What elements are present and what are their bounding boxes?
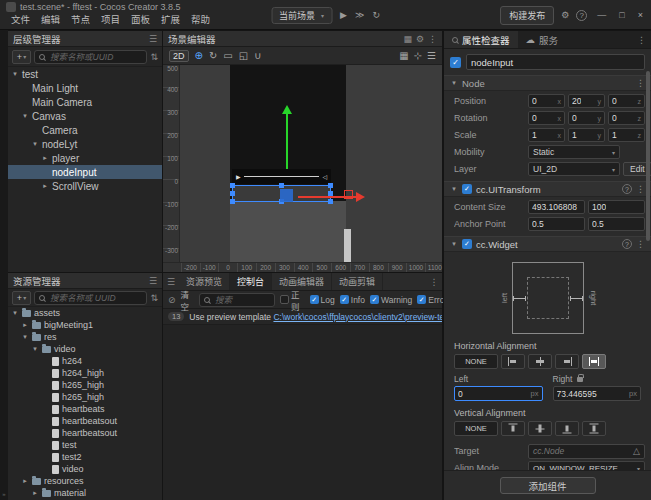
position-z-field[interactable]: 0z [608,94,645,108]
build-publish-button[interactable]: 构建发布 [500,6,554,25]
left-field[interactable]: px [454,386,543,401]
hierarchy-node-canvas[interactable]: ▾Canvas [8,109,162,123]
h-align-left-button[interactable] [501,354,525,369]
inspector-scrollbar[interactable] [646,71,650,241]
scale-z-field[interactable]: 1z [608,128,645,142]
uitransform-section-header[interactable]: ▾ ✓ cc.UITransform ? ⋮ [444,181,651,197]
gizmo-y-axis[interactable] [286,113,288,169]
asset-bigmeeting1[interactable]: ▸bigMeeting1 [8,319,162,331]
sort-icon[interactable]: ⇅ [150,293,158,303]
more-icon[interactable]: ⋮ [428,34,437,44]
selection-handle[interactable] [230,191,235,196]
menu-icon[interactable]: ☰ [149,34,157,44]
more-icon[interactable]: ⋮ [636,78,645,88]
asset-heartbeats[interactable]: heartbeats [8,403,162,415]
console-filter-log[interactable]: ✓Log [310,295,335,305]
asset-video[interactable]: ▾video [8,343,162,355]
menu-item-6[interactable]: 帮助 [186,13,215,26]
checkbox-checked-icon[interactable]: ✓ [417,295,426,304]
position-y-field[interactable]: 20y [568,94,605,108]
selection-handle[interactable] [328,183,333,188]
more-icon[interactable]: ⋮ [632,31,651,48]
assets-search-input[interactable] [48,292,142,304]
asset-assets[interactable]: ▾assets [8,307,162,319]
checkbox-unchecked-icon[interactable] [280,295,289,304]
play-button[interactable]: ▶ [340,10,347,20]
rotation-z-field[interactable]: 0z [608,111,645,125]
align-mode-select[interactable]: ON_WINDOW_RESIZE▾ [528,461,645,470]
gizmo-y-axis-arrowhead[interactable] [282,105,292,114]
help-icon[interactable]: ? [622,184,632,194]
create-node-button[interactable]: + ▾ [12,50,31,64]
tree-closed-arrow-icon[interactable]: ▸ [21,477,29,485]
maximize-button[interactable]: □ [616,10,627,20]
content-size-width-field[interactable]: 493.106808 [528,200,585,214]
regex-toggle[interactable]: 正则 [280,288,300,312]
hierarchy-node-nodeinput[interactable]: nodeInput [8,165,162,179]
asset-heartbeatsout[interactable]: heartbeatsout [8,415,162,427]
tree-open-arrow-icon[interactable]: ▾ [21,333,29,341]
v-align-none-button[interactable]: NONE [454,421,498,436]
grid-icon[interactable]: ▦ [403,34,412,44]
hierarchy-node-test[interactable]: ▾test [8,67,162,81]
close-button[interactable]: × [635,10,646,20]
asset-res[interactable]: ▾res [8,331,162,343]
h-align-center-button[interactable] [528,354,552,369]
asset-test[interactable]: test [8,439,162,451]
rotation-y-field[interactable]: 0y [568,111,605,125]
tree-open-arrow-icon[interactable]: ▾ [31,140,39,148]
menu-icon[interactable]: ☰ [149,276,157,286]
view-options-button[interactable]: ☰ [427,50,436,61]
asset-test2[interactable]: test2 [8,451,162,463]
node-active-checkbox[interactable]: ✓ [450,57,461,68]
hierarchy-node-scrollview[interactable]: ▸ScrollView [8,179,162,193]
v-align-middle-button[interactable] [528,421,552,436]
widget-section-header[interactable]: ▾ ✓ cc.Widget ? ⋮ [444,236,651,252]
asset-h265-high[interactable]: h265_high [8,391,162,403]
step-button[interactable]: ≫ [355,10,364,20]
tree-open-arrow-icon[interactable]: ▾ [31,345,39,353]
scene-viewport[interactable]: ▶ ◁ [180,65,442,262]
clear-label[interactable]: 清空 [181,288,190,312]
target-nav-icon[interactable]: △ [633,446,640,456]
expand-dock-icon[interactable]: » [2,491,5,497]
mobility-select[interactable]: Static▾ [528,145,620,159]
asset-h264-high[interactable]: h264_high [8,367,162,379]
more-icon[interactable]: ⋮ [426,273,442,290]
node-name-field[interactable] [466,54,645,70]
selection-handle[interactable] [328,199,333,204]
log-file-link[interactable]: C:\work\cocos\ffplaycocos\clientv2\previ… [273,312,442,322]
console-search-box[interactable] [199,293,275,307]
help-icon[interactable]: ? [576,10,587,21]
toggle-2d-button[interactable]: 2D [169,50,189,62]
tab-inspector[interactable]: 属性检查器 [444,31,518,48]
clear-icon[interactable]: ⊘ [168,295,176,305]
gear-icon[interactable]: ⚙ [561,10,569,20]
scale-x-field[interactable]: 1x [528,128,565,142]
gizmo-x-scale-handle[interactable] [344,190,353,199]
more-icon[interactable]: ⋮ [636,184,645,194]
menu-item-2[interactable]: 节点 [66,13,95,26]
tree-open-arrow-icon[interactable]: ▾ [11,309,19,317]
checkbox-checked-icon[interactable]: ✓ [370,295,379,304]
anchor-x-field[interactable]: 0.5 [528,217,585,231]
h-align-none-button[interactable]: NONE [454,354,498,369]
lock-icon[interactable] [577,377,583,382]
v-align-stretch-button[interactable] [582,421,606,436]
checkbox-checked-icon[interactable]: ✓ [310,295,319,304]
selection-handle[interactable] [230,199,235,204]
menu-icon[interactable]: ☰ [163,273,179,290]
console-filter-info[interactable]: ✓Info [340,295,365,305]
gizmo-origin-handle[interactable] [280,189,293,202]
asset-video[interactable]: video [8,463,162,475]
asset-material[interactable]: ▸material [8,487,162,499]
rect-tool-button[interactable]: ▭ [223,50,232,61]
left-unit[interactable]: px [531,389,539,398]
target-field[interactable]: cc.Node △ [528,444,645,459]
node-section-header[interactable]: ▾ Node ⋮ [444,75,651,91]
v-align-top-button[interactable] [501,421,525,436]
right-value[interactable]: 73.446595 [557,389,628,399]
asset-h265-high[interactable]: h265_high [8,379,162,391]
menu-item-3[interactable]: 项目 [96,13,125,26]
minimize-button[interactable]: — [594,10,609,20]
